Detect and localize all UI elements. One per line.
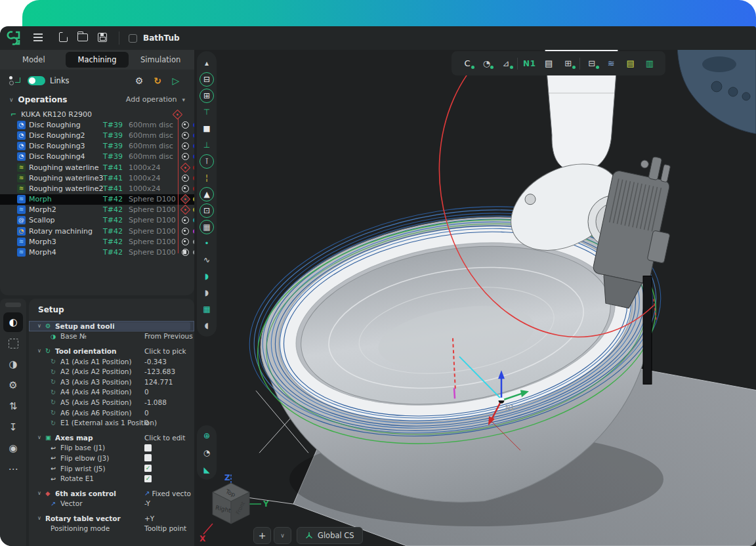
strip-handle[interactable] [5, 303, 21, 307]
links-node-icon[interactable] [9, 76, 20, 85]
setup-row-value[interactable]: Click to edit [144, 434, 185, 442]
status-circle-icon[interactable] [182, 228, 189, 235]
status-diamond-icon[interactable] [180, 162, 190, 173]
status-circle-icon[interactable] [182, 175, 189, 182]
setup-row-value[interactable]: -1.088 [144, 398, 167, 406]
status-pause-icon[interactable] [182, 249, 189, 256]
operation-row[interactable]: ≋Roughing waterline2T#411000x24 [0, 183, 194, 194]
setup-row-value[interactable]: Click to pick [144, 347, 186, 355]
settings-gear-icon[interactable]: ⚙ [130, 75, 148, 86]
fixture-a-icon[interactable]: ▲ [200, 187, 214, 201]
checkbox-checked[interactable]: ✓ [144, 475, 152, 482]
operation-row[interactable]: ⌐KUKA KR120 R2900 [0, 109, 194, 119]
setup-row[interactable]: ↩Flip base (J1) [29, 443, 194, 453]
flag-marker-icon[interactable]: ◣ [198, 464, 215, 475]
arc-center-tool-icon[interactable]: C [459, 58, 475, 68]
operation-row[interactable]: ≋Morph4T#42Sphere D100 [0, 247, 194, 257]
spline-curve-icon[interactable]: ∿ [198, 251, 215, 268]
operation-row[interactable]: ≋Roughing waterlineT#411000x24 [0, 162, 194, 173]
checkbox-checked[interactable]: ✓ [144, 465, 152, 472]
operation-row[interactable]: ◔Disc Roughing4T#39600mm disc [0, 152, 194, 162]
add-cs-button[interactable]: + [253, 527, 271, 544]
blank-sheet-icon[interactable]: ▤ [541, 58, 556, 68]
main-menu-icon[interactable] [28, 32, 48, 45]
viewport-3d[interactable]: N1 Z Y X Top Right Front [194, 50, 756, 546]
add-operation-button[interactable]: Add operation [126, 95, 177, 104]
tool-green-2-icon[interactable]: ⊥ [198, 136, 215, 153]
mesh-pattern-icon[interactable]: ▦ [200, 220, 214, 234]
operation-row[interactable]: ◔Disc RoughingT#39600mm disc [0, 119, 194, 130]
run-simulation-icon[interactable]: ▷ [167, 75, 185, 86]
setup-row[interactable]: ∨▣Axes mapClick to edit [29, 432, 194, 443]
app-logo-icon[interactable] [5, 30, 22, 47]
setup-row-value[interactable]: ↗Fixed vecto [144, 490, 191, 497]
point-icon[interactable]: • [198, 235, 215, 251]
settings-gear-icon[interactable]: ⚙ [3, 375, 23, 395]
links-toggle[interactable] [28, 76, 45, 85]
setup-row-value[interactable]: -Y [144, 499, 150, 507]
collapse-chevron-icon[interactable]: ∨ [37, 515, 45, 521]
collapse-chevron-icon[interactable]: ∨ [37, 348, 45, 354]
new-file-icon[interactable] [53, 32, 73, 44]
tape-measure-icon[interactable]: ◔ [478, 58, 494, 68]
operation-row[interactable]: ◔Disc Roughing3T#39600mm disc [0, 141, 194, 152]
tab-machining[interactable]: Machining [66, 52, 129, 68]
surface-grid-icon[interactable]: ▦ [198, 301, 215, 317]
setup-row[interactable]: ↗Vector-Y [29, 499, 194, 509]
setup-row-value[interactable]: +Y [144, 514, 154, 522]
setup-row[interactable]: ↻A5 (Axis A5 Position)-1.088 [29, 397, 194, 408]
checkbox-unchecked[interactable] [144, 454, 152, 461]
recalculate-icon[interactable]: ↻ [148, 75, 167, 86]
setup-row-value[interactable]: 0 [144, 409, 149, 417]
operation-row[interactable]: @ScallopT#42Sphere D100 [0, 215, 194, 226]
drill-tool-icon[interactable]: ↧ [3, 417, 23, 437]
collapse-chevron-icon[interactable]: ∨ [37, 490, 45, 496]
add-operation-caret-icon[interactable]: ▾ [182, 96, 185, 103]
save-file-icon[interactable] [93, 33, 112, 44]
nc-code-label[interactable]: N1 [522, 59, 537, 68]
setup-datum-icon[interactable]: ◐ [3, 312, 23, 332]
operation-row[interactable]: ≋Morph3T#42Sphere D100 [0, 236, 194, 247]
setup-row[interactable]: ↻A1 (Axis A1 Position)-0.343 [29, 356, 194, 367]
collapse-chevron-icon[interactable]: ∨ [37, 434, 45, 440]
status-circle-icon[interactable] [182, 132, 189, 139]
setup-row-value[interactable]: 0 [144, 419, 149, 427]
open-file-icon[interactable] [73, 33, 93, 43]
global-cs-button[interactable]: Global CS [297, 527, 363, 544]
machine-head-2-icon[interactable]: ⊞ [200, 89, 214, 103]
setup-row-value[interactable]: 124.771 [144, 378, 173, 386]
setup-row[interactable]: ↻A6 (Axis A6 Position)0 [29, 408, 194, 418]
clamp-icon[interactable]: ◉ [3, 438, 23, 458]
status-diamond-icon[interactable] [172, 109, 182, 119]
caliper-icon[interactable]: ⊿ [498, 58, 514, 68]
ribbon-teal-icon[interactable]: ◗ [198, 268, 215, 284]
setup-row-value[interactable]: -123.683 [144, 368, 175, 375]
setup-row[interactable]: ↻E1 (External axis 1 Position)0 [29, 417, 194, 428]
operation-row[interactable]: ≋Roughing waterline3T#411000x24 [0, 173, 194, 183]
setup-row[interactable]: ↩Flip wrist (J5)✓ [29, 463, 194, 474]
tab-model[interactable]: Model [2, 52, 66, 68]
tool-green-1-icon[interactable]: ⊤ [198, 104, 215, 120]
status-circle-icon[interactable] [182, 121, 189, 129]
workpiece-block-icon[interactable]: ■ [198, 120, 215, 136]
setup-row[interactable]: Positioning modeTooltip point [29, 524, 194, 534]
setup-row[interactable]: ↻A2 (Axis A2 Position)-123.683 [29, 366, 194, 377]
setup-row[interactable]: ∨Rotary table vector+Y [29, 513, 194, 524]
shaded-sphere-icon[interactable]: ◔ [198, 447, 215, 458]
checkbox-unchecked[interactable] [144, 444, 152, 452]
status-circle-icon[interactable] [182, 142, 189, 150]
tool-tip-icon[interactable]: ⊺ [200, 154, 214, 169]
ribbon-gray-icon[interactable]: ◗ [198, 284, 215, 301]
operation-row[interactable]: ◔Disc Roughing2T#39600mm disc [0, 130, 194, 140]
status-diamond-icon[interactable] [180, 205, 190, 215]
signal-graph-icon[interactable]: ≋ [603, 58, 619, 68]
status-circle-icon[interactable] [182, 185, 189, 192]
operation-row[interactable]: ◔Rotary machiningT#42Sphere D100 [0, 226, 194, 236]
tool-small-icon[interactable]: ¦ [198, 169, 215, 186]
setup-row-value[interactable]: From Previous [144, 332, 193, 340]
tool-pair-icon[interactable]: ⊞ [560, 58, 576, 68]
fit-view-icon[interactable]: ⊕ [198, 430, 215, 441]
statistics-bars-icon[interactable]: ▥ [642, 58, 658, 68]
operation-row[interactable]: ≋Morph2T#42Sphere D100 [0, 205, 194, 215]
operation-row[interactable]: ≋MorphT#42Sphere D100 [0, 194, 194, 205]
